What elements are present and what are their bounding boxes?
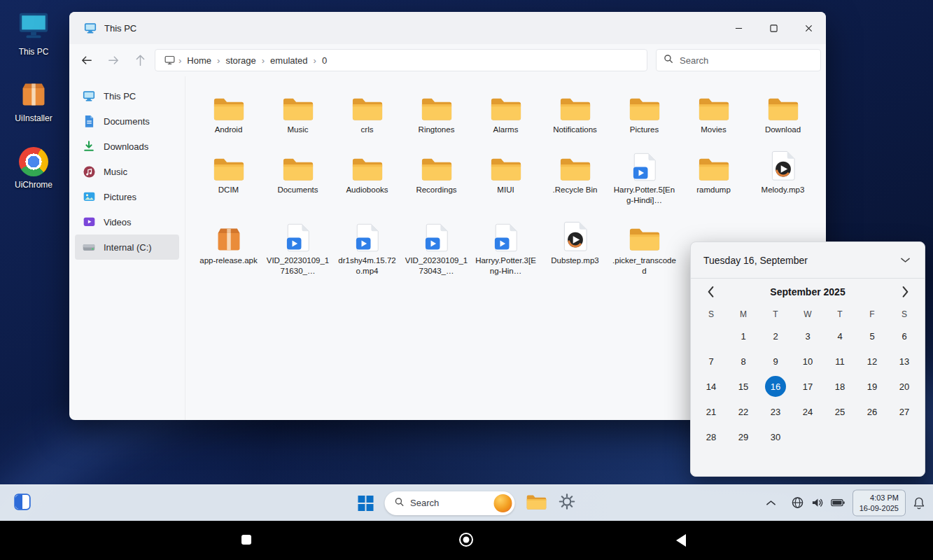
sidebar-item-music[interactable]: Music — [75, 159, 179, 184]
file-dcim[interactable]: DCIM — [194, 146, 263, 206]
breadcrumb-item-0[interactable]: 0 — [318, 55, 330, 66]
calendar-day-23[interactable]: 23 — [759, 399, 792, 424]
desktop-icon-this-pc[interactable]: This PC — [3, 11, 64, 57]
calendar-day-27[interactable]: 27 — [888, 399, 920, 424]
calendar-day-10[interactable]: 10 — [792, 349, 824, 374]
volume-icon[interactable] — [811, 498, 823, 508]
calendar-day-3[interactable]: 3 — [792, 323, 824, 349]
calendar-day-5[interactable]: 5 — [856, 323, 888, 349]
explorer-search[interactable] — [656, 49, 821, 71]
file-notifications[interactable]: Notifications — [540, 86, 610, 135]
calendar-day-15[interactable]: 15 — [727, 374, 759, 399]
calendar-day-19[interactable]: 19 — [856, 374, 888, 399]
forward-button[interactable] — [101, 48, 125, 72]
desktop-icon-uiinstaller[interactable]: UiInstaller — [3, 80, 64, 123]
network-globe-icon[interactable] — [792, 497, 804, 509]
file-miui[interactable]: MIUI — [471, 146, 540, 206]
file-picker-transcoded[interactable]: .picker_transcoded — [610, 217, 679, 276]
calendar-day-number: 26 — [862, 401, 883, 422]
calendar-day-17[interactable]: 17 — [792, 374, 824, 399]
widgets-button[interactable] — [14, 493, 31, 513]
file-android[interactable]: Android — [194, 86, 263, 135]
calendar-day-7[interactable]: 7 — [695, 349, 727, 374]
file-vid-20230109-173043[interactable]: VID_20230109_173043_… — [402, 217, 471, 276]
calendar-collapse-button[interactable] — [894, 249, 916, 272]
file-dubstep-mp3[interactable]: Dubstep.mp3 — [540, 217, 610, 276]
taskbar-search[interactable]: Search — [384, 491, 514, 515]
file-crls[interactable]: crls — [332, 86, 402, 135]
calendar-day-25[interactable]: 25 — [824, 399, 856, 424]
breadcrumb-item-storage[interactable]: storage — [222, 55, 259, 66]
calendar-day-20[interactable]: 20 — [888, 374, 920, 399]
calendar-day-13[interactable]: 13 — [888, 349, 920, 374]
calendar-day-6[interactable]: 6 — [888, 323, 920, 349]
calendar-day-9[interactable]: 9 — [759, 349, 792, 374]
calendar-day-28[interactable]: 28 — [695, 424, 727, 449]
calendar-day-8[interactable]: 8 — [727, 349, 759, 374]
file-alarms[interactable]: Alarms — [471, 86, 540, 135]
file-explorer-button[interactable] — [526, 493, 547, 513]
sidebar-item-documents[interactable]: Documents — [75, 108, 179, 134]
calendar-day-16[interactable]: 16 — [759, 374, 792, 399]
file-melody-mp3[interactable]: Melody.mp3 — [748, 146, 818, 206]
recents-button[interactable] — [241, 535, 251, 545]
calendar-next-button[interactable] — [895, 282, 915, 302]
file-ramdump[interactable]: ramdump — [679, 146, 748, 206]
calendar-day-22[interactable]: 22 — [727, 399, 759, 424]
calendar-day-18[interactable]: 18 — [824, 374, 856, 399]
notification-bell-icon[interactable] — [913, 497, 925, 510]
tray-expand-icon[interactable] — [766, 500, 776, 505]
calendar-day-number: 30 — [765, 426, 786, 447]
titlebar[interactable]: This PC — [69, 12, 826, 44]
file-harry-potter-5-eng-hindi[interactable]: Harry.Potter.5[Eng-Hindi]… — [610, 146, 679, 206]
file-recordings[interactable]: Recordings — [402, 146, 471, 206]
back-button[interactable] — [75, 48, 99, 72]
sidebar-item-downloads[interactable]: Downloads — [75, 134, 179, 159]
sidebar-item-pictures[interactable]: Pictures — [75, 184, 179, 209]
close-button[interactable] — [791, 12, 826, 44]
file-vid-20230109-171630[interactable]: VID_20230109_171630_… — [263, 217, 332, 276]
sidebar-item-this-pc[interactable]: This PC — [75, 83, 179, 108]
calendar-day-number: 18 — [829, 376, 850, 397]
up-button[interactable] — [128, 48, 152, 72]
file-documents[interactable]: Documents — [263, 146, 332, 206]
sidebar-item-internal-c[interactable]: Internal (C:) — [75, 234, 179, 260]
file-recycle-bin[interactable]: .Recycle Bin — [540, 146, 610, 206]
back-button-android[interactable] — [676, 534, 686, 547]
file-movies[interactable]: Movies — [679, 86, 748, 135]
file-dr1shy4m-15-72o-mp4[interactable]: dr1shy4m.15.72o.mp4 — [332, 217, 402, 276]
settings-button[interactable] — [558, 493, 575, 513]
search-input[interactable] — [680, 55, 813, 66]
calendar-day-29[interactable]: 29 — [727, 424, 759, 449]
breadcrumb-item-home[interactable]: Home — [183, 55, 215, 66]
calendar-day-1[interactable]: 1 — [727, 323, 759, 349]
file-audiobooks[interactable]: Audiobooks — [332, 146, 402, 206]
file-music[interactable]: Music — [263, 86, 332, 135]
calendar-prev-button[interactable] — [701, 282, 720, 302]
taskbar-clock[interactable]: 4:03 PM 16-09-2025 — [853, 489, 906, 517]
breadcrumb-item-emulated[interactable]: emulated — [267, 55, 311, 66]
calendar-day-24[interactable]: 24 — [792, 399, 824, 424]
maximize-button[interactable] — [756, 12, 791, 44]
battery-icon[interactable] — [831, 499, 845, 507]
calendar-day-2[interactable]: 2 — [759, 323, 792, 349]
calendar-day-30[interactable]: 30 — [759, 424, 792, 449]
desktop-icon-uichrome[interactable]: UiChrome — [3, 147, 64, 190]
calendar-day-4[interactable]: 4 — [824, 323, 856, 349]
calendar-day-11[interactable]: 11 — [824, 349, 856, 374]
file-pictures[interactable]: Pictures — [610, 86, 679, 135]
file-app-release-apk[interactable]: app-release.apk — [194, 217, 263, 276]
calendar-day-21[interactable]: 21 — [695, 399, 727, 424]
calendar-day-12[interactable]: 12 — [856, 349, 888, 374]
calendar-day-26[interactable]: 26 — [856, 399, 888, 424]
breadcrumb[interactable]: ›Home›storage›emulated›0 — [155, 49, 647, 71]
minimize-button[interactable] — [721, 12, 756, 44]
file-harryy-potter-3-eng-hin[interactable]: Harryy.Potter.3[Eng-Hin… — [471, 217, 540, 276]
file-label: Music — [287, 125, 308, 135]
start-button[interactable] — [358, 496, 373, 511]
sidebar-item-videos[interactable]: Videos — [75, 209, 179, 234]
file-ringtones[interactable]: Ringtones — [402, 86, 471, 135]
calendar-day-14[interactable]: 14 — [695, 374, 727, 399]
home-button[interactable] — [459, 533, 473, 547]
file-download[interactable]: Download — [748, 86, 818, 135]
